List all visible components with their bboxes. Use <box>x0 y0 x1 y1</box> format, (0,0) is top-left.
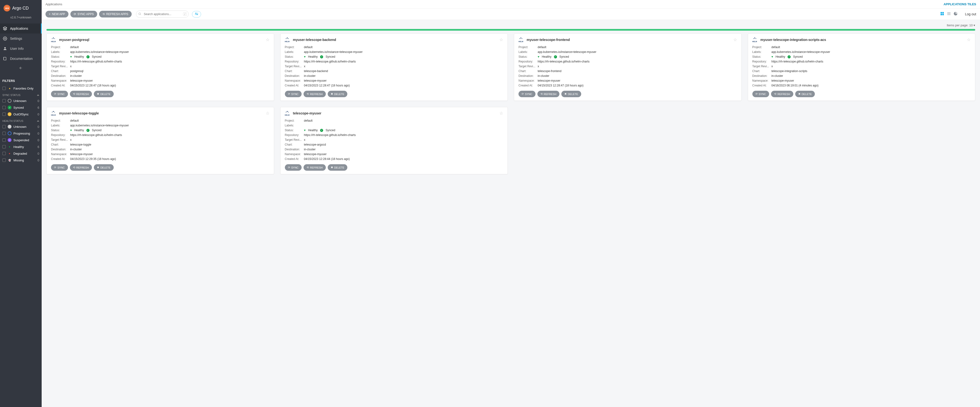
book-icon <box>3 57 7 61</box>
health-status-section[interactable]: HEALTH STATUS <box>0 118 41 123</box>
sync-button[interactable]: ⟳ SYNC <box>519 91 536 97</box>
filter-sync-synced[interactable]: ✓ Synced 6 <box>0 104 41 111</box>
refresh-button[interactable]: ⟲ REFRESH <box>70 91 92 97</box>
delete-button[interactable]: ✖ DELETE <box>562 91 581 97</box>
field-label: Created At: <box>51 157 70 161</box>
favorite-star-icon[interactable]: ☆ <box>500 37 503 42</box>
sliders-toggle-button[interactable] <box>192 11 201 17</box>
labels-value: app.kubernetes.io/instance=telescope-myu… <box>772 50 971 54</box>
application-card[interactable]: HELM myuser-telescope-frontend ☆ Project… <box>514 33 741 101</box>
sync-status-section[interactable]: SYNC STATUS <box>0 92 41 97</box>
refresh-button[interactable]: ⟲ REFRESH <box>304 164 326 171</box>
checkbox-icon[interactable] <box>2 152 6 155</box>
checkbox-icon[interactable] <box>2 159 6 162</box>
search-input[interactable] <box>136 11 189 18</box>
pie-view-icon[interactable] <box>953 11 958 17</box>
ghost-icon: 👻 <box>8 158 11 162</box>
items-per-page-value: 10 <box>969 24 972 27</box>
checkbox-icon[interactable] <box>2 87 6 90</box>
section-title: HEALTH STATUS <box>2 119 23 122</box>
heart-icon: ♥ <box>304 129 306 132</box>
refresh-button[interactable]: ⟲ REFRESH <box>70 164 92 171</box>
application-card[interactable]: HELM myuser-telescope-toggle ☆ Project:d… <box>46 107 274 174</box>
namespace-value: telescope-myuser <box>538 79 737 83</box>
view-mode-switcher: Log out <box>940 11 976 17</box>
filter-health-progressing[interactable]: Progressing 0 <box>0 130 41 137</box>
filters-heading: FILTERS <box>0 73 41 85</box>
favorite-star-icon[interactable]: ☆ <box>733 37 737 42</box>
nav-documentation[interactable]: Documentation <box>0 54 41 64</box>
filter-count: 0 <box>38 113 39 116</box>
sync-button[interactable]: ⟳ SYNC <box>752 91 769 97</box>
repository-value: https://rh-telescope.github.io/helm-char… <box>70 60 269 63</box>
field-label: Repository: <box>51 60 70 63</box>
filter-health-healthy[interactable]: ♥ Healthy 6 <box>0 143 41 150</box>
logout-link[interactable]: Log out <box>965 12 976 16</box>
filter-sync-unknown[interactable]: Unknown 0 <box>0 97 41 104</box>
tiles-view-icon[interactable] <box>940 11 944 17</box>
items-per-page[interactable]: Items per page: 10 ▾ <box>41 20 980 29</box>
collapse-sidebar-button[interactable] <box>0 64 41 73</box>
heart-icon: ♥ <box>70 129 72 132</box>
checkbox-icon[interactable] <box>2 106 6 109</box>
filter-sync-outofsync[interactable]: ↑ OutOfSync 0 <box>0 111 41 118</box>
delete-button[interactable]: ✖ DELETE <box>94 91 114 97</box>
nav-user-info[interactable]: User Info <box>0 44 41 54</box>
checkbox-icon[interactable] <box>2 113 6 116</box>
filter-favorites-only[interactable]: ★ Favorites Only <box>0 85 41 92</box>
filter-health-degraded[interactable]: ♥ Degraded 0 <box>0 150 41 157</box>
filter-health-unknown[interactable]: ? Unknown 0 <box>0 123 41 130</box>
sync-button[interactable]: ⟳ SYNC <box>285 91 302 97</box>
namespace-value: telescope-myuser <box>304 79 503 83</box>
favorite-star-icon[interactable]: ☆ <box>266 37 269 42</box>
checkbox-icon[interactable] <box>2 125 6 128</box>
helm-icon: HELM <box>285 37 290 42</box>
search-wrap: / <box>136 11 189 18</box>
sync-apps-button[interactable]: ⟳ SYNC APPS <box>70 11 97 17</box>
favorite-star-icon[interactable]: ☆ <box>500 111 503 116</box>
field-label: Repository: <box>51 134 70 137</box>
field-label: Namespace: <box>51 79 70 83</box>
refresh-button[interactable]: ⟲ REFRESH <box>538 91 560 97</box>
nav-applications[interactable]: Applications <box>0 24 41 33</box>
checkbox-icon[interactable] <box>2 99 6 102</box>
delete-button[interactable]: ✖ DELETE <box>328 91 348 97</box>
delete-button[interactable]: ✖ DELETE <box>94 164 114 171</box>
application-card[interactable]: HELM myuser-telescope-integration-script… <box>748 33 975 101</box>
applications-tiles-link[interactable]: APPLICATIONS TILES <box>943 2 976 6</box>
refresh-button[interactable]: ⟲ REFRESH <box>771 91 793 97</box>
refresh-button[interactable]: ⟲ REFRESH <box>304 91 326 97</box>
application-card[interactable]: HELM telescope-myuser ☆ Project:default … <box>280 107 508 174</box>
field-label: Repository: <box>285 60 304 63</box>
filter-health-missing[interactable]: 👻 Missing 0 <box>0 157 41 164</box>
favorite-star-icon[interactable]: ☆ <box>967 37 970 42</box>
broken-heart-icon: ♥ <box>8 151 11 155</box>
new-app-button[interactable]: + NEW APP <box>46 11 68 17</box>
delete-icon: ✖ <box>97 92 99 95</box>
plus-icon: + <box>49 13 51 16</box>
nav-settings[interactable]: Settings <box>0 33 41 44</box>
favorite-star-icon[interactable]: ☆ <box>266 111 269 116</box>
sync-button[interactable]: ⟳ SYNC <box>51 164 68 171</box>
svg-rect-11 <box>942 12 944 13</box>
checkbox-icon[interactable] <box>2 132 6 135</box>
field-label: Created At: <box>51 84 70 87</box>
field-label: Status: <box>51 55 70 59</box>
sync-button[interactable]: ⟳ SYNC <box>51 91 68 97</box>
sync-icon: ⟳ <box>756 92 757 95</box>
application-card[interactable]: HELM myuser-postgresql ☆ Project:default… <box>46 33 274 101</box>
field-label: Namespace: <box>519 79 538 83</box>
sync-button[interactable]: ⟳ SYNC <box>285 164 302 171</box>
field-label: Target Revi... <box>51 138 70 141</box>
delete-button[interactable]: ✖ DELETE <box>795 91 815 97</box>
chart-value: telescope-backend <box>304 70 503 73</box>
list-view-icon[interactable] <box>947 11 951 17</box>
checkbox-icon[interactable] <box>2 138 6 142</box>
refresh-apps-button[interactable]: ⟲ REFRESH APPS <box>99 11 132 17</box>
delete-button[interactable]: ✖ DELETE <box>328 164 348 171</box>
checkbox-icon[interactable] <box>2 145 6 148</box>
toolbar: + NEW APP ⟳ SYNC APPS ⟲ REFRESH APPS / <box>41 9 980 20</box>
nav-label: Settings <box>10 37 22 40</box>
application-card[interactable]: HELM myuser-telescope-backend ☆ Project:… <box>280 33 508 101</box>
filter-health-suspended[interactable]: II Suspended 0 <box>0 137 41 143</box>
